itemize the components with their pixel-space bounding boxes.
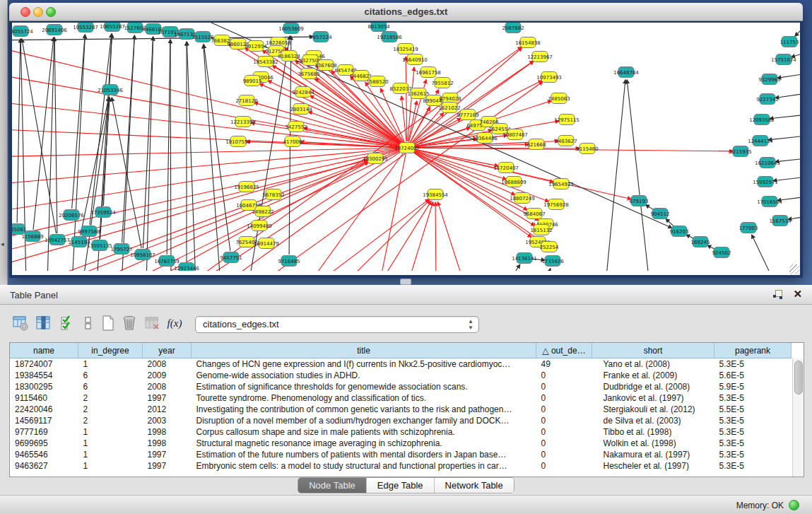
select-columns-icon[interactable] [34,314,52,332]
tab-edge-table[interactable]: Edge Table [367,478,435,493]
table-settings-icon[interactable] [11,314,30,332]
graph-node[interactable]: 9242844 [292,87,314,98]
column-header-name[interactable]: name [10,343,78,358]
clear-selection-icon[interactable] [79,314,98,332]
graph-node[interactable]: 24055724 [12,26,33,37]
graph-node[interactable]: 17359924 [90,207,116,218]
graph-node[interactable]: 16782759 [154,256,180,267]
table-row[interactable]: 911546021997Tourette syndrome. Phenomeno… [10,392,792,404]
graph-node[interactable]: 2367608 [314,60,336,71]
graph-node[interactable]: 9716485 [278,256,300,267]
graph-node[interactable]: 1795727 [110,244,132,255]
graph-node[interactable]: 12093582 [749,115,775,125]
graph-node[interactable]: 9329965 [758,74,780,85]
graph-node[interactable]: 7857224 [310,32,332,42]
graph-node[interactable]: 13505135 [87,240,112,251]
table-scrollbar-thumb[interactable] [794,361,803,395]
graph-node[interactable]: 16053809 [278,23,304,34]
graph-node[interactable]: 3427552 [285,122,307,132]
table-row[interactable]: 977716911998Corpus callosum shape and si… [10,426,792,438]
graph-node[interactable]: 252254 [540,242,559,252]
graph-node[interactable]: 9777169 [457,110,478,120]
graph-node[interactable]: 16648784 [613,67,639,78]
graph-node[interactable]: 5678352 [262,189,284,200]
graph-node[interactable]: 111753 [780,37,799,47]
graph-node[interactable]: 7485063 [548,93,570,104]
graph-node[interactable]: 12213399 [230,117,256,127]
table-row[interactable]: 1938455462009Genome-wide association stu… [10,370,792,381]
graph-node[interactable]: 621668 [527,139,546,150]
graph-node[interactable]: 7955812 [431,78,453,88]
table-row[interactable]: 946362711997Embryonic stem cells: a mode… [10,460,792,472]
graph-node[interactable]: 10958107 [130,250,155,260]
table-scrollbar[interactable] [792,358,804,477]
graph-node[interactable]: 20206576 [59,210,84,221]
graph-node[interactable]: 924502 [712,247,731,258]
graph-node[interactable]: 12444134 [748,136,773,146]
graph-node[interactable]: 1815132 [530,225,552,235]
tab-network-table[interactable]: Network Table [435,478,514,493]
graph-node[interactable]: 435061 [12,224,26,235]
graph-node[interactable]: 9215935 [729,146,751,157]
graph-node[interactable]: 8186328 [278,51,300,62]
table-row[interactable]: 2242004622012Investigating the contribut… [10,404,792,415]
graph-node[interactable]: 12975115 [554,115,579,125]
graph-node[interactable]: 9463627 [555,136,577,146]
graph-node[interactable]: 10973493 [536,72,562,83]
tab-node-table[interactable]: Node Table [298,478,367,493]
column-header-year[interactable]: year [143,343,192,358]
window-titlebar[interactable]: citations_edges.txt [9,3,803,21]
graph-node[interactable]: 8813054 [367,23,390,32]
column-header-short[interactable]: short [592,343,714,358]
graph-node[interactable]: 989015 [243,76,262,86]
graph-node[interactable]: 904512 [651,209,670,219]
column-header-in_degree[interactable]: in_degree [78,343,143,358]
graph-node[interactable]: 19384554 [423,189,448,200]
graph-node[interactable]: 9115460 [576,144,598,154]
new-file-icon[interactable] [99,314,117,332]
graph-node[interactable]: 18107554 [225,136,251,147]
select-all-check-icon[interactable] [58,314,76,332]
column-header-pagerank[interactable]: pagerank [714,343,792,358]
function-builder-icon[interactable]: f(x) [165,314,184,332]
float-panel-button[interactable] [773,290,782,299]
graph-node[interactable]: 1167534 [769,216,792,226]
graph-node[interactable]: 679193 [630,196,649,206]
graph-node[interactable]: 18325419 [393,44,418,54]
graph-node[interactable]: 1156889 [21,231,43,242]
graph-node[interactable]: 177003 [739,223,758,233]
graph-node[interactable]: 1621022 [438,103,460,113]
graph-node[interactable]: 2087682 [502,23,524,33]
graph-node[interactable]: 16154838 [515,37,541,48]
graph-node[interactable]: 19218586 [377,32,402,42]
graph-node[interactable]: 417006 [283,136,302,147]
graph-node[interactable]: 17016504 [757,197,782,207]
graph-node[interactable]: 19196825 [234,182,259,192]
memory-status-indicator[interactable] [789,500,799,510]
graph-node[interactable]: 12213967 [527,52,553,62]
column-header-out_de[interactable]: △ out_de… [536,343,592,358]
graph-node[interactable]: 16961758 [416,67,441,78]
graph-node[interactable]: 15720407 [493,163,519,173]
graph-node[interactable]: 1733426 [541,256,564,267]
graph-node[interactable]: 2718126 [235,95,258,106]
graph-node[interactable]: 18543382 [253,57,278,67]
graph-node[interactable]: 20691406 [42,25,67,35]
graph-node[interactable]: 15751074 [771,54,796,65]
delete-trash-icon[interactable] [120,314,139,332]
graph-node[interactable]: 14099489 [247,221,272,231]
graph-node[interactable]: 9457751 [220,252,242,263]
graph-node[interactable]: 14136141 [512,253,537,264]
graph-node[interactable]: 19654923 [548,179,574,189]
hidden-panel-arrow-icon[interactable]: ◂ [1,241,4,247]
graph-node[interactable]: 10553287 [73,23,98,33]
graph-node[interactable]: 169245 [691,237,710,247]
graph-node[interactable]: 1498222 [252,206,273,217]
graph-node[interactable]: 5912954 [245,41,267,52]
table-row[interactable]: 1872400712008Changes of HCN gene express… [10,358,792,370]
graph-node[interactable]: 16210643 [755,158,780,168]
graph-node[interactable]: 10688609 [501,177,526,187]
table-row[interactable]: 1830029562008Estimation of significance … [10,381,792,392]
graph-node[interactable]: 9684067 [523,209,545,219]
graph-node[interactable]: 1588520 [366,76,388,87]
